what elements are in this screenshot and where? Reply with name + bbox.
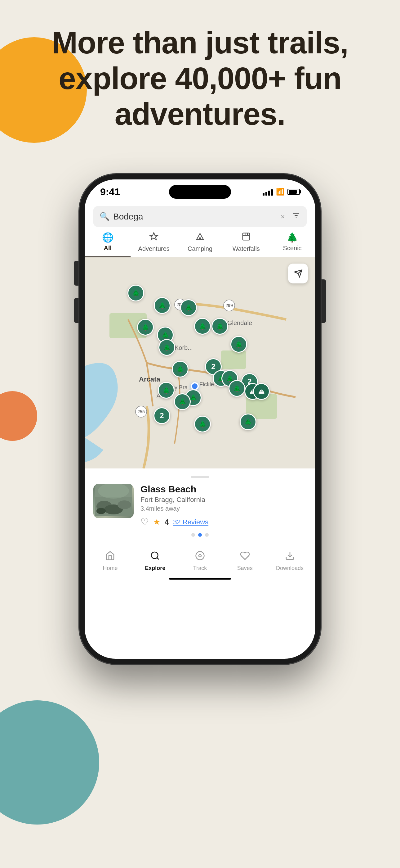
svg-point-28 <box>96 508 106 514</box>
search-section: 🔍 Bodega × <box>85 201 315 227</box>
svg-point-33 <box>196 552 204 560</box>
map-pin-1[interactable]: 🌲 <box>128 285 144 302</box>
svg-rect-3 <box>243 233 250 240</box>
signal-icon <box>263 188 273 195</box>
map-pin-13[interactable]: 🌲 <box>229 380 245 397</box>
favorite-button[interactable]: ♡ <box>140 517 149 527</box>
search-icon: 🔍 <box>100 212 109 221</box>
nav-saves[interactable]: Saves <box>222 551 267 571</box>
home-icon <box>105 551 115 563</box>
map-pin-8[interactable]: 🌲 <box>211 318 228 335</box>
map-pin-3[interactable]: 🌲 <box>180 299 197 316</box>
search-filter-button[interactable] <box>292 211 300 222</box>
tab-adventures-label: Adventures <box>138 245 170 252</box>
svg-rect-9 <box>221 350 246 369</box>
search-bar[interactable]: 🔍 Bodega × <box>93 206 307 227</box>
card-handle <box>191 476 209 478</box>
status-icons: 📶 <box>263 188 300 196</box>
tab-scenic[interactable]: 🌲 Scenic <box>269 232 315 257</box>
wifi-icon: 📶 <box>276 188 284 196</box>
map-pin-15[interactable]: 🌲 <box>158 382 174 399</box>
map-pin-6[interactable]: 🌲 <box>159 339 175 356</box>
svg-line-32 <box>157 558 159 559</box>
status-time: 9:41 <box>100 186 120 198</box>
svg-point-27 <box>118 500 131 509</box>
svg-text:Korb...: Korb... <box>174 344 193 351</box>
card-rating-row: ♡ ★ 4 32 Reviews <box>140 517 307 527</box>
rating-number: 4 <box>165 518 169 527</box>
scenic-icon: 🌲 <box>287 232 298 243</box>
tab-adventures[interactable]: Adventures <box>131 232 177 257</box>
blob-teal <box>0 700 99 825</box>
saves-icon <box>240 551 250 563</box>
battery-icon <box>288 189 300 195</box>
tab-scenic-label: Scenic <box>283 245 302 252</box>
all-icon: 🌐 <box>102 232 113 243</box>
svg-text:Arcata: Arcata <box>139 375 160 383</box>
tab-camping-label: Camping <box>188 245 212 252</box>
tab-waterfalls-label: Waterfalls <box>233 245 260 252</box>
page-dot-2 <box>198 533 202 537</box>
user-location-dot <box>191 382 199 390</box>
svg-text:255: 255 <box>137 409 145 414</box>
nav-downloads[interactable]: Downloads <box>267 551 312 571</box>
phone-wrapper: 9:41 📶 🔍 B <box>79 174 321 664</box>
place-card: Glass Beach Fort Bragg, California 3.4mi… <box>85 468 315 545</box>
headline-line3: adventures. <box>115 97 285 131</box>
bottom-nav: Home Explore <box>85 545 315 575</box>
search-input[interactable]: Bodega <box>113 212 277 222</box>
nav-track[interactable]: Track <box>178 551 223 571</box>
map-pin-2[interactable]: 🌲 <box>154 297 171 314</box>
track-icon <box>195 551 205 563</box>
explore-icon <box>150 551 160 563</box>
blob-orange-small <box>0 391 37 441</box>
reviews-link[interactable]: 32 Reviews <box>173 518 208 526</box>
category-tabs: 🌐 All Adventures <box>85 227 315 257</box>
page-dot-3 <box>205 533 209 537</box>
svg-text:299: 299 <box>226 303 233 308</box>
card-info: Glass Beach Fort Bragg, California 3.4mi… <box>140 484 307 527</box>
svg-rect-7 <box>85 257 315 468</box>
nav-track-label: Track <box>193 565 207 571</box>
camping-icon <box>195 232 205 243</box>
adventures-icon <box>149 232 159 243</box>
card-image-rocks <box>93 484 134 518</box>
map-pin-cluster-3[interactable]: 2 <box>154 407 170 424</box>
phone-screen: 9:41 📶 🔍 B <box>85 180 315 659</box>
headline-line2: explore 40,000+ fun <box>59 61 341 96</box>
battery-fill <box>289 190 297 194</box>
page-dot-1 <box>191 533 195 537</box>
nav-explore-label: Explore <box>145 565 165 571</box>
card-image <box>93 484 134 518</box>
tab-camping[interactable]: Camping <box>177 232 223 257</box>
tab-all-label: All <box>104 245 112 252</box>
map-location-button[interactable] <box>288 264 308 283</box>
map-pin-18[interactable]: 🌲 <box>194 416 211 432</box>
nav-downloads-label: Downloads <box>276 565 304 571</box>
nav-home[interactable]: Home <box>88 551 133 571</box>
map-area[interactable]: 200 299 255 Korb... Glendale Arcata Alli… <box>85 257 315 468</box>
dynamic-island <box>169 185 231 199</box>
card-content: Glass Beach Fort Bragg, California 3.4mi… <box>93 484 307 527</box>
tab-all[interactable]: 🌐 All <box>85 232 131 257</box>
nav-saves-label: Saves <box>237 565 253 571</box>
nav-home-label: Home <box>103 565 118 571</box>
place-title: Glass Beach <box>140 484 307 495</box>
map-background: 200 299 255 Korb... Glendale Arcata Alli… <box>85 257 315 468</box>
map-pin-16[interactable]: 🌲 <box>174 393 191 410</box>
star-icon: ★ <box>153 517 160 527</box>
svg-point-34 <box>199 554 201 557</box>
nav-explore[interactable]: Explore <box>133 551 178 571</box>
map-pin-10[interactable]: 🌲 <box>172 361 189 377</box>
map-pin-4[interactable]: 🌲 <box>137 319 154 336</box>
map-pin-9[interactable]: 🌲 <box>230 336 247 353</box>
search-clear-button[interactable]: × <box>280 212 285 221</box>
map-pin-mountain-2[interactable]: ⛰ <box>253 383 270 400</box>
map-pin-17[interactable]: 🌲 <box>240 413 257 430</box>
phone-outer: 9:41 📶 🔍 B <box>79 174 321 664</box>
place-subtitle: Fort Bragg, California <box>140 496 307 504</box>
place-distance: 3.4miles away <box>140 505 307 512</box>
map-pin-7[interactable]: 🌲 <box>194 318 211 335</box>
headline-line1: More than just trails, <box>52 25 348 60</box>
tab-waterfalls[interactable]: Waterfalls <box>223 232 269 257</box>
